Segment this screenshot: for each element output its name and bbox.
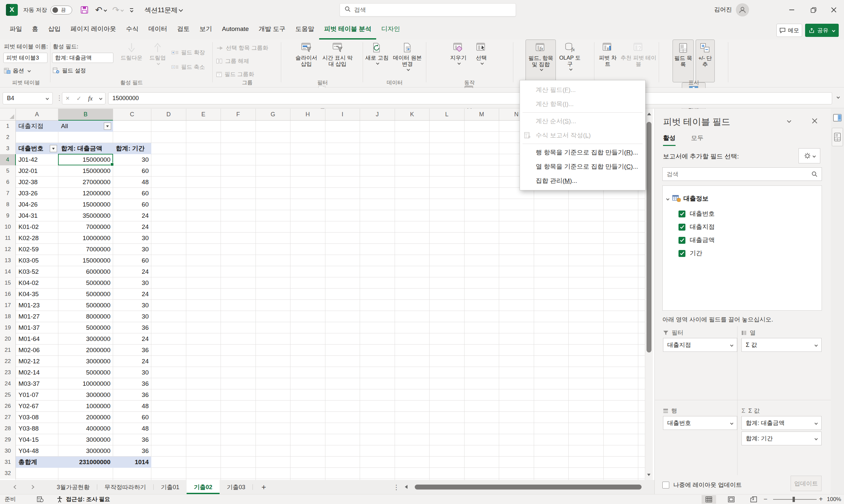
horizontal-scrollbar-thumb[interactable] [415, 485, 641, 489]
menu-item[interactable]: 집합 관리(M)... [520, 174, 645, 188]
cell-A12[interactable]: K02-59 [16, 244, 58, 255]
cell-C21[interactable]: 36 [113, 345, 151, 356]
row-header-21[interactable]: 21 [0, 345, 16, 356]
zoom-out-icon[interactable]: − [763, 496, 768, 503]
ribbon-tab-개발 도구[interactable]: 개발 도구 [254, 20, 291, 39]
pivot-chart-button[interactable]: 피벗 차트 [597, 39, 619, 82]
cell-B12[interactable]: 7000000 [58, 244, 113, 255]
cell-C13[interactable]: 60 [113, 255, 151, 266]
row-header-1[interactable]: 1 [0, 121, 16, 132]
macro-record-icon[interactable] [37, 497, 44, 502]
cell-A31[interactable]: 총합계 [16, 456, 58, 468]
row-header-25[interactable]: 25 [0, 389, 16, 400]
clear-button[interactable]: 지우기 [447, 39, 469, 82]
row-header-18[interactable]: 18 [0, 311, 16, 322]
accessibility-icon[interactable] [57, 496, 63, 503]
row-header-4[interactable]: 4 [0, 154, 16, 165]
cell-C25[interactable]: 36 [113, 389, 151, 400]
options-button[interactable]: 옵션 [4, 67, 49, 74]
row-header-20[interactable]: 20 [0, 334, 16, 345]
sheet-tab-3월가공현황[interactable]: 3월가공현황 [49, 480, 97, 494]
cell-A30[interactable]: Y04-48 [16, 445, 58, 456]
cell-C24[interactable]: 36 [113, 378, 151, 389]
ribbon-tab-도움말[interactable]: 도움말 [291, 20, 319, 39]
cell-A7[interactable]: J03-26 [16, 188, 58, 199]
autosave-toggle[interactable]: 끔 [50, 5, 72, 15]
new-sheet-button[interactable]: + [253, 480, 275, 494]
cell-B6[interactable]: 27000000 [58, 177, 113, 188]
cell-B13[interactable]: 15000000 [58, 255, 113, 266]
column-header-F[interactable]: F [221, 109, 256, 121]
zoom-level[interactable]: 100% [827, 496, 841, 503]
active-field-input[interactable]: 합계: 대출금액 [52, 53, 114, 63]
share-button[interactable]: 공유 [805, 24, 839, 37]
cell-A22[interactable]: M02-12 [16, 356, 58, 367]
row-header-17[interactable]: 17 [0, 300, 16, 311]
cell-B25[interactable]: 3000000 [58, 389, 113, 400]
row-header-30[interactable]: 30 [0, 445, 16, 456]
refresh-button[interactable]: 새로 고침 [365, 39, 389, 82]
zoom-slider-track[interactable] [773, 499, 816, 500]
column-header-L[interactable]: L [430, 109, 465, 121]
cell-B17[interactable]: 5000000 [58, 300, 113, 311]
cell-C9[interactable]: 24 [113, 210, 151, 221]
insert-timeline-button[interactable]: 시간 표시 막대 삽입 [323, 39, 353, 82]
fields-search-input[interactable]: 검색 [662, 167, 822, 181]
field-list[interactable]: 대출정보 대출번호대출지점대출금액기간 [662, 185, 822, 311]
row-header-8[interactable]: 8 [0, 199, 16, 210]
row-header-19[interactable]: 19 [0, 322, 16, 334]
row-header-23[interactable]: 23 [0, 367, 16, 378]
column-header-G[interactable]: G [256, 109, 291, 121]
pane-close-icon[interactable] [812, 118, 817, 124]
cell-C10[interactable]: 24 [113, 221, 151, 233]
undo-button[interactable]: ↶ [95, 5, 106, 14]
cell-C11[interactable]: 30 [113, 233, 151, 244]
tab-all-fields[interactable]: 모두 [691, 134, 704, 145]
formula-bar-splitter[interactable]: ⋮ [56, 94, 63, 102]
cell-A15[interactable]: K04-02 [16, 277, 58, 289]
cell-B7[interactable]: 12000000 [58, 188, 113, 199]
cell-B14[interactable]: 6000000 [58, 266, 113, 277]
customize-qat-button[interactable] [130, 8, 133, 12]
cell-B11[interactable]: 10000000 [58, 233, 113, 244]
cell-A26[interactable]: Y02-67 [16, 400, 58, 412]
row-header-12[interactable]: 12 [0, 244, 16, 255]
cell-B18[interactable]: 8000000 [58, 311, 113, 322]
column-header-C[interactable]: C [113, 109, 151, 121]
select-all-corner[interactable] [0, 109, 16, 121]
cell-B10[interactable]: 7000000 [58, 221, 113, 233]
row-field-filter-button[interactable] [50, 145, 57, 152]
cell-C20[interactable]: 24 [113, 334, 151, 345]
zoom-slider-thumb[interactable] [793, 497, 795, 502]
row-header-22[interactable]: 22 [0, 356, 16, 367]
cell-C19[interactable]: 36 [113, 322, 151, 334]
row-header-32[interactable]: 32 [0, 468, 16, 479]
cell-A27[interactable]: Y03-08 [16, 412, 58, 423]
cell-B8[interactable]: 15000000 [58, 199, 113, 210]
cell-B29[interactable]: 3000000 [58, 434, 113, 445]
formula-input[interactable]: 15000000 [108, 92, 832, 104]
column-header-M[interactable]: M [465, 109, 499, 121]
sheet-nav-left-icon[interactable] [7, 480, 24, 494]
column-header-I[interactable]: I [325, 109, 360, 121]
chevron-down-icon[interactable] [815, 437, 818, 440]
column-header-K[interactable]: K [395, 109, 430, 121]
row-header-24[interactable]: 24 [0, 378, 16, 389]
cell-B9[interactable]: 35000000 [58, 210, 113, 221]
row-header-26[interactable]: 26 [0, 400, 16, 412]
cell-B31[interactable]: 231000000 [58, 456, 113, 468]
sheet-nav-right-icon[interactable] [24, 480, 40, 494]
normal-view-button[interactable] [702, 495, 716, 504]
cell-B3[interactable]: 합계: 대출금액 [58, 143, 113, 154]
row-header-6[interactable]: 6 [0, 177, 16, 188]
ribbon-tab-Automate[interactable]: Automate [217, 20, 254, 39]
area-field-filter[interactable]: 대출지점 [663, 338, 737, 352]
row-header-27[interactable]: 27 [0, 412, 16, 423]
restore-button[interactable] [805, 0, 822, 20]
cell-C26[interactable]: 48 [113, 400, 151, 412]
pane-tools-button[interactable] [798, 148, 820, 163]
field-item-대출번호[interactable]: 대출번호 [678, 210, 715, 218]
cell-A17[interactable]: M01-23 [16, 300, 58, 311]
cell-C14[interactable]: 24 [113, 266, 151, 277]
row-header-11[interactable]: 11 [0, 233, 16, 244]
